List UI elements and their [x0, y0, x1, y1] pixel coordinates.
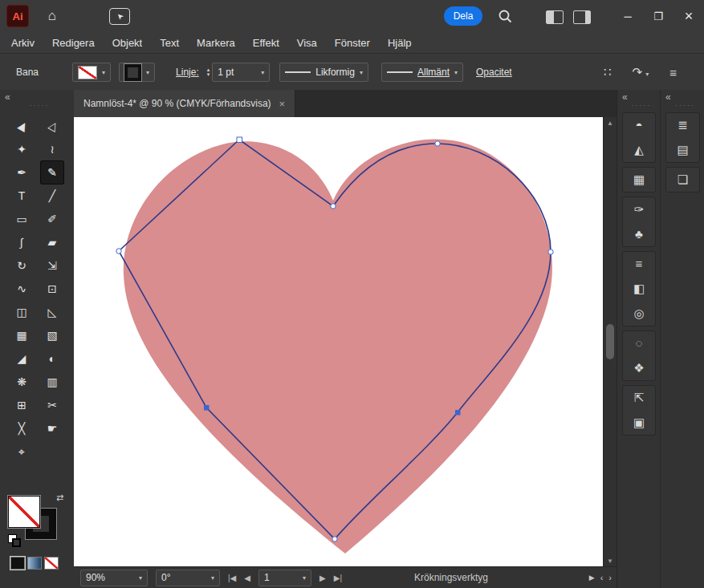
home-icon[interactable]: ⌂	[40, 8, 64, 24]
fill-none-swatch[interactable]	[78, 66, 97, 79]
anchor-point[interactable]	[116, 249, 121, 253]
anchor-point-selected[interactable]	[455, 410, 461, 416]
tool-shaper[interactable]: ∫	[10, 231, 33, 253]
chevron-right-icon[interactable]: ›	[608, 573, 612, 582]
symbols-panel-icon[interactable]: ♣	[635, 228, 643, 241]
color-button[interactable]	[10, 557, 25, 570]
tool-hand[interactable]: ☛	[41, 417, 63, 440]
color-panel-icon[interactable]: ◓	[635, 119, 642, 132]
rotation-select[interactable]: 0° ▾	[156, 570, 220, 586]
fill-color-control[interactable]: ▾	[72, 63, 111, 82]
menu-markera[interactable]: Markera	[188, 32, 244, 53]
menu-arkiv[interactable]: Arkiv	[0, 32, 43, 53]
dots-grid-icon[interactable]: ∷	[604, 65, 612, 79]
close-tab-icon[interactable]: ×	[279, 98, 286, 110]
transparency-panel-icon[interactable]: ◎	[633, 307, 644, 320]
scrollbar-thumb[interactable]	[606, 324, 614, 359]
app-logo[interactable]: Ai	[6, 5, 29, 27]
drag-grip-icon[interactable]: ·····	[632, 102, 652, 108]
arc-dropdown-icon[interactable]: ↷ ▾	[632, 65, 649, 79]
spin-down-icon[interactable]: ▾	[207, 72, 210, 77]
drag-grip-icon[interactable]: ·····	[675, 102, 695, 108]
anchor-point-selected[interactable]	[204, 405, 210, 411]
tool-zoom[interactable]: ⌖	[10, 440, 33, 463]
tool-slice[interactable]: ✂	[41, 394, 63, 416]
tool-rectangle[interactable]: ▭	[10, 208, 33, 230]
heart-fill-shape[interactable]	[124, 140, 552, 554]
stroke-panel-icon[interactable]: ≡	[636, 258, 643, 270]
opacity-link[interactable]: Opacitet	[476, 67, 512, 78]
tool-knife[interactable]: ╳	[10, 417, 33, 440]
menu-fonster[interactable]: Fönster	[326, 32, 379, 53]
swatches-panel-icon[interactable]: ▦	[633, 173, 645, 186]
brushes-panel-icon[interactable]: ✑	[634, 203, 645, 216]
appearance-panel-icon[interactable]: ◌	[636, 337, 643, 350]
width-profile-select[interactable]: Likformig ▾	[279, 63, 368, 82]
document-tab[interactable]: Namnlöst-4* @ 90 % (CMYK/Förhandsvisa) ×	[74, 90, 295, 117]
tool-free-transform[interactable]: ⊡	[41, 278, 63, 300]
tool-eyedropper[interactable]: ◢	[10, 347, 33, 370]
gradient-button[interactable]	[27, 557, 42, 570]
anchor-point[interactable]	[237, 137, 242, 143]
tool-magic-wand[interactable]: ✦	[10, 138, 33, 160]
play-icon[interactable]: ▶	[589, 574, 595, 582]
stroke-swatch[interactable]	[124, 64, 141, 81]
fill-indicator-none[interactable]	[8, 496, 40, 528]
graphic-styles-panel-icon[interactable]: ❖	[633, 362, 644, 375]
tool-pen[interactable]: ✒	[10, 161, 33, 184]
previous-artboard-icon[interactable]: ◀	[244, 574, 250, 582]
tool-shape-builder[interactable]: ◫	[10, 301, 33, 323]
layers-panel-icon[interactable]: ❏	[678, 173, 688, 186]
search-icon[interactable]	[498, 9, 512, 26]
menu-redigera[interactable]: Redigera	[43, 32, 104, 53]
scroll-down-icon[interactable]: ▼	[604, 555, 617, 566]
swap-fill-stroke-icon[interactable]: ⇄	[56, 493, 63, 503]
brush-select[interactable]: Allmänt ▾	[381, 63, 463, 82]
libraries-panel-icon[interactable]: ▤	[677, 144, 688, 156]
stroke-panel-link[interactable]: Linje:	[176, 67, 199, 78]
workspace-switcher-icon[interactable]	[573, 10, 591, 24]
next-artboard-icon[interactable]: ▶	[319, 574, 326, 582]
first-artboard-icon[interactable]: |◀	[228, 574, 236, 582]
tool-rotate[interactable]: ↻	[10, 254, 33, 277]
tool-paintbrush[interactable]: ✐	[41, 208, 63, 230]
share-button[interactable]: Dela	[444, 6, 482, 26]
drag-grip-icon[interactable]: ·····	[30, 102, 50, 108]
vertical-scrollbar[interactable]: ▲ ▼	[603, 117, 617, 566]
menu-objekt[interactable]: Objekt	[104, 32, 152, 53]
tool-mesh[interactable]: ▦	[10, 324, 33, 347]
default-fill-stroke-icon[interactable]	[8, 534, 21, 547]
panel-menu-icon[interactable]: ≡	[669, 66, 677, 79]
anchor-point[interactable]	[548, 249, 553, 254]
anchor-point[interactable]	[435, 141, 440, 146]
cursor-box-icon[interactable]: ➤	[109, 8, 130, 25]
artboard-number-select[interactable]: 1 ▾	[258, 570, 311, 586]
anchor-point[interactable]	[332, 537, 337, 541]
anchor-point[interactable]	[331, 204, 336, 209]
stroke-color-control[interactable]: ▾	[119, 63, 155, 82]
brush-value[interactable]: Allmänt	[417, 67, 450, 78]
tool-selection[interactable]: ▶	[10, 115, 33, 137]
tool-curvature[interactable]: ✎	[41, 161, 63, 184]
tool-artboard[interactable]: ⊞	[10, 394, 33, 416]
restore-button[interactable]: ❐	[643, 0, 673, 32]
last-artboard-icon[interactable]: ▶|	[334, 574, 342, 582]
zoom-level-select[interactable]: 90% ▾	[80, 570, 148, 586]
minimize-button[interactable]: ─	[612, 0, 643, 32]
tool-column-graph[interactable]: ▥	[41, 371, 63, 393]
none-button[interactable]	[44, 557, 59, 570]
export-panel-icon[interactable]: ⇱	[634, 391, 645, 404]
chevron-left-icon[interactable]: ‹	[600, 573, 604, 582]
tool-lasso[interactable]: ≀	[41, 138, 63, 160]
tool-line-segment[interactable]: ╱	[41, 185, 63, 207]
tool-eraser[interactable]: ▰	[41, 231, 63, 253]
scroll-up-icon[interactable]: ▲	[604, 117, 617, 128]
color-guide-panel-icon[interactable]: ◭	[634, 144, 644, 156]
artboard-canvas[interactable]: ▲ ▼	[74, 117, 617, 566]
tool-symbol-sprayer[interactable]: ❋	[10, 371, 33, 393]
menu-hjalp[interactable]: Hjälp	[379, 32, 421, 53]
tool-blend[interactable]: ◐	[41, 347, 63, 370]
gradient-panel-icon[interactable]: ◧	[633, 282, 645, 295]
close-button[interactable]: ×	[673, 0, 704, 32]
menu-effekt[interactable]: Effekt	[244, 32, 288, 53]
